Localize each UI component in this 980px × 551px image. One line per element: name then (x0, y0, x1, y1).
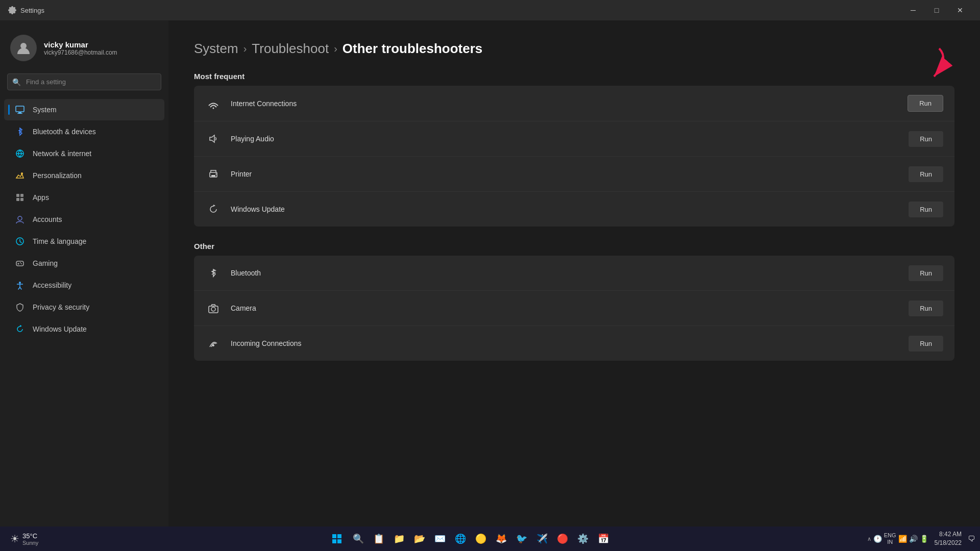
volume-icon[interactable]: 🔊 (909, 535, 918, 543)
breadcrumb-system[interactable]: System (194, 41, 238, 57)
run-button[interactable]: Run (909, 265, 943, 281)
section-title-1: Other (194, 242, 954, 251)
gaming-nav-icon (14, 258, 26, 269)
svg-rect-6 (16, 194, 19, 197)
svg-rect-3 (17, 113, 22, 114)
table-row: Windows Update Run (194, 192, 954, 227)
app-title: Settings (20, 7, 901, 14)
windows-button[interactable] (327, 529, 347, 549)
chevron-icon[interactable]: ∧ (867, 536, 871, 542)
sidebar-item-accessibility[interactable]: Accessibility (4, 274, 164, 296)
section-title-0: Most frequent (194, 72, 954, 81)
run-button[interactable]: Run (909, 202, 943, 217)
privacy-nav-icon (14, 302, 26, 313)
sidebar-item-personalization[interactable]: Personalization (4, 165, 164, 186)
sidebar-item-gaming[interactable]: Gaming (4, 253, 164, 274)
svg-point-16 (213, 107, 214, 109)
weather-icon: ☀ (10, 533, 19, 545)
accessibility-nav-label: Accessibility (33, 281, 71, 289)
table-row: Bluetooth Run (194, 256, 954, 291)
sidebar-item-privacy[interactable]: Privacy & security (4, 296, 164, 318)
run-button[interactable]: Run (909, 300, 943, 316)
svg-point-5 (21, 172, 23, 174)
search-taskbar-button[interactable]: 🔍 (349, 530, 368, 548)
close-button[interactable]: ✕ (948, 0, 972, 20)
app-container: vicky kumar vicky971686@hotmail.com 🔍 Sy… (0, 20, 980, 551)
svg-point-19 (215, 173, 216, 174)
search-input[interactable] (7, 73, 161, 90)
troubleshooter-list-0: Internet Connections Run Playing Audio R… (194, 86, 954, 227)
title-bar: Settings ─ □ ✕ (0, 0, 980, 20)
troubleshooter-name: Bluetooth (231, 269, 909, 277)
svg-rect-27 (337, 539, 341, 543)
troubleshooter-name: Incoming Connections (231, 339, 909, 347)
firefox-button[interactable]: 🦊 (492, 530, 510, 548)
sidebar-item-accounts[interactable]: Accounts (4, 209, 164, 230)
time-display[interactable]: 8:42 AM 5/18/2022 (932, 530, 965, 547)
breadcrumb-current: Other troubleshooters (342, 41, 482, 57)
mail-button[interactable]: ✉️ (431, 530, 449, 548)
maximize-button[interactable]: □ (925, 0, 948, 20)
table-row: Camera Run (194, 291, 954, 326)
file-explorer-button[interactable]: 📁 (390, 530, 408, 548)
svg-rect-8 (16, 198, 19, 201)
network-nav-label: Network & internet (33, 149, 91, 158)
brave-button[interactable]: 🔴 (553, 530, 572, 548)
svg-rect-18 (211, 175, 215, 177)
clock-time: 8:42 AM (935, 530, 962, 539)
notification-icon[interactable]: 🗨 (968, 535, 975, 543)
run-button[interactable]: Run (909, 166, 943, 182)
gaming-nav-label: Gaming (33, 259, 58, 267)
folder-button[interactable]: 📂 (410, 530, 429, 548)
battery-icon[interactable]: 🔋 (920, 535, 928, 543)
accounts-nav-label: Accounts (33, 215, 62, 223)
accounts-nav-icon (14, 214, 26, 225)
edge-button[interactable]: 🌐 (451, 530, 470, 548)
troubleshooter-name: Internet Connections (231, 99, 908, 108)
clock-icon[interactable]: 🕐 (873, 535, 882, 543)
svg-rect-7 (20, 194, 23, 197)
telegram-button[interactable]: ✈️ (533, 530, 551, 548)
troubleshooter-name: Playing Audio (231, 135, 909, 143)
minimize-button[interactable]: ─ (901, 0, 925, 20)
weather-widget[interactable]: ☀ 35°C Sunny (5, 532, 43, 546)
svg-rect-25 (337, 534, 341, 538)
avatar-icon (15, 40, 32, 56)
windows-update-icon (205, 201, 222, 217)
troubleshooter-name: Camera (231, 304, 909, 312)
sidebar-item-bluetooth[interactable]: Bluetooth & devices (4, 121, 164, 142)
sidebar: vicky kumar vicky971686@hotmail.com 🔍 Sy… (0, 20, 168, 551)
user-info: vicky kumar vicky971686@hotmail.com (44, 40, 117, 56)
troubleshooter-list-1: Bluetooth Run Camera Run Incoming Connec… (194, 256, 954, 361)
window-controls: ─ □ ✕ (901, 0, 972, 20)
chrome-button[interactable]: 🟡 (472, 530, 490, 548)
settings-taskbar-button[interactable]: ⚙️ (574, 530, 592, 548)
sections-container: Most frequent Internet Connections Run P… (194, 72, 954, 361)
breadcrumb-troubleshoot[interactable]: Troubleshoot (252, 41, 329, 57)
task-view-button[interactable]: 📋 (370, 530, 388, 548)
sidebar-item-system[interactable]: System (4, 99, 164, 120)
system-nav-label: System (33, 106, 57, 114)
personalization-nav-label: Personalization (33, 171, 82, 180)
svg-rect-2 (18, 112, 21, 113)
sidebar-item-apps[interactable]: Apps (4, 187, 164, 208)
twitter-button[interactable]: 🐦 (512, 530, 531, 548)
calendar-button[interactable]: 📅 (594, 530, 612, 548)
sidebar-item-time[interactable]: Time & language (4, 231, 164, 252)
sidebar-item-network[interactable]: Network & internet (4, 143, 164, 164)
run-button[interactable]: Run (908, 95, 943, 112)
clock-date: 5/18/2022 (935, 539, 962, 547)
breadcrumb-sep-2: › (334, 43, 337, 55)
run-button[interactable]: Run (909, 131, 943, 147)
language-indicator[interactable]: ENGIN (884, 532, 896, 545)
system-tray: ∧ 🕐 ENGIN 📶 🔊 🔋 (867, 532, 928, 545)
run-button[interactable]: Run (909, 336, 943, 352)
taskbar: ☀ 35°C Sunny 🔍 📋 📁 📂 ✉️ 🌐 🟡 🦊 🐦 ✈️ 🔴 (0, 527, 980, 551)
table-row: Internet Connections Run (194, 86, 954, 121)
time-nav-icon (14, 236, 26, 247)
apps-nav-label: Apps (33, 193, 49, 202)
breadcrumb: System › Troubleshoot › Other troublesho… (194, 41, 954, 57)
sidebar-item-update[interactable]: Windows Update (4, 318, 164, 340)
privacy-nav-label: Privacy & security (33, 303, 89, 311)
wifi-icon[interactable]: 📶 (898, 535, 907, 543)
